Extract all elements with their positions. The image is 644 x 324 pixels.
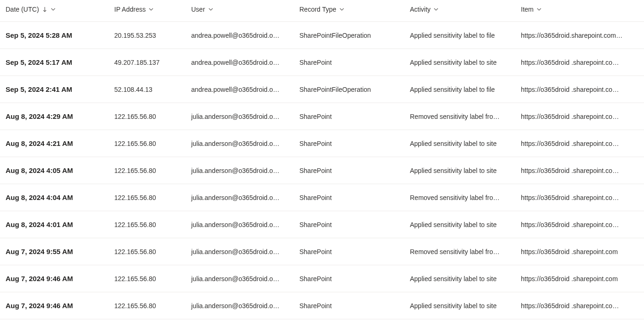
chevron-down-icon — [536, 7, 542, 12]
cell-date: Aug 8, 2024 4:01 AM — [0, 221, 109, 228]
cell-activity: Removed sensitivity label fro… — [404, 248, 515, 255]
table-row[interactable]: Aug 8, 2024 4:05 AM122.165.56.80julia.an… — [0, 157, 644, 184]
cell-date: Sep 5, 2024 5:28 AM — [0, 31, 109, 39]
cell-item: https://o365droid .sharepoint.co… — [515, 59, 644, 66]
cell-user: julia.anderson@o365droid.o… — [186, 113, 294, 120]
column-header-label: Activity — [410, 6, 430, 13]
chevron-down-icon — [339, 7, 345, 12]
cell-record-type: SharePointFileOperation — [294, 32, 404, 39]
cell-user: andrea.powell@o365droid.o… — [186, 59, 294, 66]
column-header-activity[interactable]: Activity — [404, 6, 515, 13]
cell-ip: 122.165.56.80 — [109, 167, 186, 174]
table-row[interactable]: Sep 5, 2024 5:17 AM49.207.185.137andrea.… — [0, 49, 644, 76]
cell-record-type: SharePointFileOperation — [294, 86, 404, 93]
cell-user: julia.anderson@o365droid.o… — [186, 275, 294, 283]
chevron-down-icon — [208, 7, 214, 12]
table-row[interactable]: Aug 8, 2024 4:04 AM122.165.56.80julia.an… — [0, 184, 644, 211]
column-header-record-type[interactable]: Record Type — [294, 6, 404, 13]
cell-ip: 122.165.56.80 — [109, 140, 186, 147]
cell-item: https://o365droid .sharepoint.co… — [515, 194, 644, 201]
cell-ip: 122.165.56.80 — [109, 302, 186, 310]
cell-date: Aug 8, 2024 4:04 AM — [0, 193, 109, 201]
cell-date: Aug 7, 2024 9:46 AM — [0, 302, 109, 310]
cell-activity: Applied sensitivity label to site — [404, 302, 515, 310]
table-row[interactable]: Aug 8, 2024 4:21 AM122.165.56.80julia.an… — [0, 130, 644, 157]
cell-activity: Applied sensitivity label to site — [404, 59, 515, 66]
cell-ip: 20.195.53.253 — [109, 32, 186, 39]
column-header-label: Date (UTC) — [6, 6, 39, 13]
cell-ip: 122.165.56.80 — [109, 113, 186, 120]
table-row[interactable]: Sep 5, 2024 5:28 AM20.195.53.253andrea.p… — [0, 22, 644, 49]
cell-user: julia.anderson@o365droid.o… — [186, 221, 294, 228]
table-header-row: Date (UTC) IP Address User Record Type — [0, 0, 644, 22]
cell-item: https://o365droid .sharepoint.com — [515, 275, 644, 283]
cell-ip: 122.165.56.80 — [109, 275, 186, 283]
column-header-label: User — [191, 6, 205, 13]
chevron-down-icon — [50, 7, 56, 12]
table-row[interactable]: Aug 8, 2024 4:01 AM122.165.56.80julia.an… — [0, 211, 644, 238]
column-header-item[interactable]: Item — [515, 6, 644, 13]
column-header-label: IP Address — [114, 6, 145, 13]
cell-ip: 122.165.56.80 — [109, 248, 186, 255]
cell-activity: Applied sensitivity label to site — [404, 140, 515, 147]
cell-record-type: SharePoint — [294, 194, 404, 201]
cell-record-type: SharePoint — [294, 167, 404, 174]
column-header-ip[interactable]: IP Address — [109, 6, 186, 13]
cell-record-type: SharePoint — [294, 275, 404, 283]
column-header-date[interactable]: Date (UTC) — [0, 6, 109, 13]
cell-record-type: SharePoint — [294, 221, 404, 228]
cell-item: https://o365droid .sharepoint.co… — [515, 167, 644, 174]
cell-item: https://o365droid .sharepoint.co… — [515, 86, 644, 93]
table-row[interactable]: Aug 7, 2024 9:55 AM122.165.56.80julia.an… — [0, 238, 644, 265]
cell-user: andrea.powell@o365droid.o… — [186, 32, 294, 39]
cell-user: julia.anderson@o365droid.o… — [186, 167, 294, 174]
cell-activity: Removed sensitivity label fro… — [404, 194, 515, 201]
cell-ip: 49.207.185.137 — [109, 59, 186, 66]
cell-date: Aug 8, 2024 4:05 AM — [0, 166, 109, 174]
cell-date: Aug 8, 2024 4:29 AM — [0, 112, 109, 120]
cell-activity: Applied sensitivity label to site — [404, 275, 515, 283]
cell-date: Aug 7, 2024 9:46 AM — [0, 275, 109, 283]
cell-activity: Applied sensitivity label to site — [404, 167, 515, 174]
chevron-down-icon — [433, 7, 439, 12]
cell-date: Aug 7, 2024 9:55 AM — [0, 248, 109, 255]
cell-date: Aug 8, 2024 4:21 AM — [0, 139, 109, 147]
table-row[interactable]: Aug 7, 2024 9:46 AM122.165.56.80julia.an… — [0, 292, 644, 319]
cell-record-type: SharePoint — [294, 302, 404, 310]
table-row[interactable]: Aug 8, 2024 4:29 AM122.165.56.80julia.an… — [0, 103, 644, 130]
cell-item: https://o365droid .sharepoint.co… — [515, 140, 644, 147]
cell-item: https://o365droid.sharepoint.com… — [515, 32, 644, 39]
cell-record-type: SharePoint — [294, 248, 404, 255]
cell-user: julia.anderson@o365droid.o… — [186, 302, 294, 310]
cell-record-type: SharePoint — [294, 113, 404, 120]
column-header-user[interactable]: User — [186, 6, 294, 13]
cell-item: https://o365droid .sharepoint.co… — [515, 221, 644, 228]
table-body: Sep 5, 2024 5:28 AM20.195.53.253andrea.p… — [0, 22, 644, 319]
audit-log-table: Date (UTC) IP Address User Record Type — [0, 0, 644, 319]
cell-record-type: SharePoint — [294, 140, 404, 147]
cell-user: julia.anderson@o365droid.o… — [186, 248, 294, 255]
column-header-label: Item — [521, 6, 533, 13]
cell-activity: Applied sensitivity label to file — [404, 86, 515, 93]
cell-activity: Applied sensitivity label to file — [404, 32, 515, 39]
chevron-down-icon — [148, 7, 154, 12]
cell-item: https://o365droid .sharepoint.com — [515, 248, 644, 255]
cell-ip: 52.108.44.13 — [109, 86, 186, 93]
cell-user: andrea.powell@o365droid.o… — [186, 86, 294, 93]
cell-record-type: SharePoint — [294, 59, 404, 66]
table-row[interactable]: Sep 5, 2024 2:41 AM52.108.44.13andrea.po… — [0, 76, 644, 103]
cell-user: julia.anderson@o365droid.o… — [186, 140, 294, 147]
cell-date: Sep 5, 2024 2:41 AM — [0, 85, 109, 93]
cell-user: julia.anderson@o365droid.o… — [186, 194, 294, 201]
cell-item: https://o365droid .sharepoint.co… — [515, 302, 644, 310]
cell-date: Sep 5, 2024 5:17 AM — [0, 58, 109, 66]
cell-activity: Applied sensitivity label to site — [404, 221, 515, 228]
cell-item: https://o365droid .sharepoint.co… — [515, 113, 644, 120]
sort-down-icon — [42, 7, 48, 12]
table-row[interactable]: Aug 7, 2024 9:46 AM122.165.56.80julia.an… — [0, 265, 644, 292]
cell-ip: 122.165.56.80 — [109, 194, 186, 201]
column-header-label: Record Type — [299, 6, 336, 13]
cell-activity: Removed sensitivity label fro… — [404, 113, 515, 120]
cell-ip: 122.165.56.80 — [109, 221, 186, 228]
